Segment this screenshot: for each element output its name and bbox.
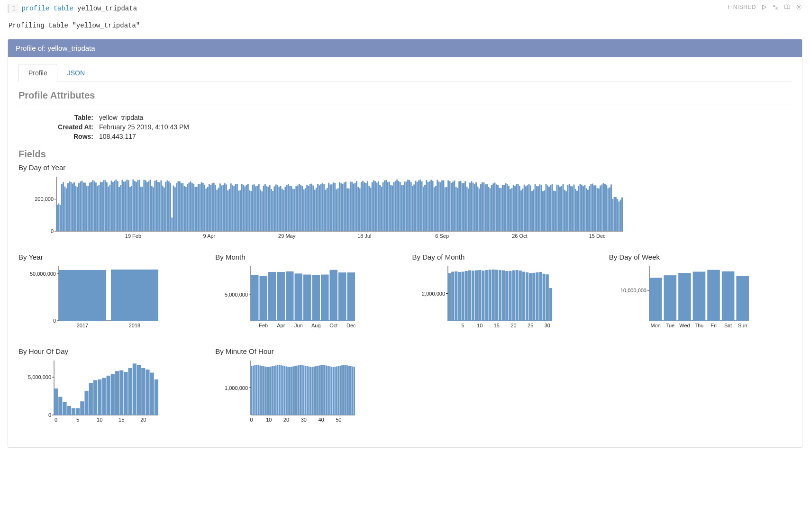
svg-rect-328 (563, 184, 564, 231)
svg-rect-107 (219, 183, 221, 231)
svg-rect-418 (488, 270, 491, 321)
svg-rect-314 (541, 185, 542, 231)
svg-rect-137 (266, 186, 267, 231)
svg-rect-143 (275, 184, 277, 231)
svg-rect-140 (271, 189, 272, 231)
tab-profile[interactable]: Profile (18, 64, 57, 81)
svg-rect-84 (184, 186, 185, 231)
svg-rect-171 (319, 185, 320, 231)
svg-rect-507 (273, 366, 275, 415)
svg-rect-69 (160, 180, 162, 231)
svg-rect-294 (510, 189, 511, 231)
svg-rect-75 (170, 183, 171, 231)
svg-rect-34 (106, 182, 108, 231)
svg-rect-94 (199, 184, 200, 231)
svg-rect-116 (233, 186, 235, 231)
svg-rect-99 (207, 187, 209, 231)
svg-rect-101 (210, 185, 211, 231)
svg-rect-158 (299, 184, 300, 231)
svg-rect-255 (449, 181, 451, 231)
svg-rect-104 (215, 185, 216, 231)
svg-rect-318 (547, 186, 548, 231)
cell-toolbar: FINISHED (728, 4, 802, 10)
svg-rect-331 (567, 185, 568, 231)
svg-rect-191 (350, 181, 351, 231)
svg-rect-462 (58, 397, 62, 415)
svg-text:0: 0 (48, 412, 51, 418)
svg-text:15: 15 (493, 323, 499, 328)
svg-rect-285 (496, 184, 497, 231)
svg-rect-44 (122, 180, 123, 231)
svg-rect-378 (59, 270, 106, 321)
svg-rect-256 (451, 183, 452, 231)
svg-rect-225 (402, 185, 404, 231)
svg-rect-80 (177, 181, 179, 231)
svg-rect-238 (423, 187, 424, 231)
svg-rect-350 (597, 188, 598, 231)
svg-rect-78 (174, 187, 176, 231)
svg-rect-527 (309, 367, 310, 415)
svg-text:Apr: Apr (277, 323, 285, 328)
svg-rect-391 (295, 273, 303, 321)
svg-rect-56 (140, 187, 142, 231)
svg-rect-357 (608, 188, 609, 231)
svg-rect-144 (277, 185, 278, 231)
svg-text:Jun: Jun (294, 323, 303, 328)
svg-rect-407 (451, 272, 454, 321)
attr-value: yellow_tripdata (99, 114, 143, 121)
svg-rect-335 (573, 184, 575, 231)
svg-text:25: 25 (528, 323, 533, 328)
svg-rect-536 (324, 365, 326, 415)
svg-rect-160 (301, 186, 303, 231)
svg-rect-352 (600, 186, 601, 231)
svg-rect-348 (593, 185, 595, 231)
svg-rect-250 (441, 180, 443, 231)
svg-rect-197 (359, 188, 361, 231)
svg-rect-552 (352, 367, 353, 415)
svg-rect-365 (620, 200, 621, 231)
svg-rect-261 (458, 181, 460, 231)
svg-rect-215 (387, 182, 389, 231)
collapse-icon[interactable] (772, 4, 779, 10)
svg-text:10: 10 (266, 417, 272, 423)
tab-json[interactable]: JSON (57, 64, 95, 81)
svg-rect-37 (111, 180, 112, 231)
svg-rect-545 (340, 366, 341, 415)
svg-rect-257 (452, 182, 454, 231)
svg-rect-449 (707, 270, 720, 321)
svg-rect-203 (368, 186, 370, 231)
svg-rect-546 (341, 365, 343, 415)
svg-rect-135 (263, 186, 264, 231)
svg-rect-538 (328, 366, 329, 415)
run-icon[interactable] (761, 4, 767, 10)
svg-rect-344 (587, 189, 589, 231)
svg-rect-392 (303, 275, 311, 321)
attr-row: Rows:108,443,117 (37, 133, 792, 140)
svg-rect-333 (570, 186, 572, 231)
svg-rect-427 (519, 271, 521, 321)
svg-rect-299 (518, 184, 519, 231)
svg-rect-74 (168, 181, 170, 231)
book-icon[interactable] (783, 4, 791, 10)
attr-value: February 25 2019, 4:10:43 PM (99, 123, 189, 131)
svg-rect-152 (289, 186, 291, 231)
svg-rect-518 (292, 366, 294, 415)
svg-rect-23 (89, 183, 91, 231)
svg-rect-465 (72, 408, 75, 415)
svg-rect-254 (447, 180, 449, 231)
gear-icon[interactable] (796, 4, 802, 10)
svg-rect-259 (455, 187, 457, 231)
svg-rect-303 (524, 185, 525, 231)
svg-rect-180 (333, 182, 334, 231)
svg-rect-20 (84, 183, 86, 231)
svg-rect-187 (344, 182, 345, 231)
svg-rect-177 (328, 183, 329, 231)
svg-rect-270 (473, 183, 474, 231)
svg-rect-239 (424, 185, 426, 231)
svg-rect-396 (338, 272, 346, 321)
svg-rect-478 (128, 368, 132, 415)
svg-rect-29 (98, 185, 100, 231)
svg-rect-506 (272, 366, 273, 415)
svg-rect-317 (546, 184, 547, 231)
svg-rect-417 (485, 270, 488, 321)
